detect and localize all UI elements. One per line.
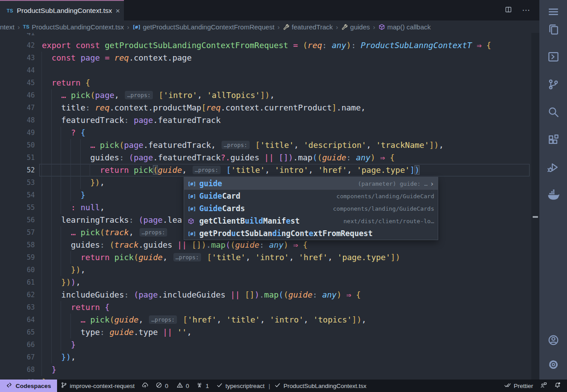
- indent-guide: [70, 189, 71, 201]
- breadcrumb-item[interactable]: TSProductSubLandingContext.tsx: [23, 23, 124, 31]
- breadcrumb-separator: ›: [336, 23, 338, 31]
- code-line-41[interactable]: 41: [0, 33, 531, 39]
- language-status[interactable]: typescriptreact | ProductSubLandingConte…: [213, 380, 370, 392]
- codespaces-remote-button[interactable]: Codespaces: [0, 380, 57, 392]
- code-line-59[interactable]: 59 return pick(guide, …props: ['title', …: [0, 251, 531, 264]
- indent-guide: [41, 139, 42, 151]
- symbol-ref-icon: [ø]: [188, 181, 199, 187]
- code-line-69[interactable]: 69}: [0, 376, 531, 380]
- indent-guide: [41, 114, 42, 127]
- prettier-status[interactable]: Prettier: [501, 380, 537, 392]
- breadcrumb-item[interactable]: guides: [341, 23, 370, 31]
- files-icon[interactable]: [547, 23, 559, 35]
- tab-productsublandingcontext[interactable]: TS ProductSubLandingContext.tsx ×: [0, 0, 124, 20]
- indent-guide: [41, 264, 42, 276]
- code-line-49[interactable]: 49 ? {: [0, 127, 531, 139]
- code-line-46[interactable]: 46 … pick(page, …props: ['intro', 'allTo…: [0, 89, 531, 102]
- code-line-44[interactable]: 44: [0, 64, 531, 77]
- indent-guide: [70, 176, 71, 189]
- remote-icon[interactable]: [547, 51, 559, 63]
- indent-guide: [51, 139, 52, 151]
- debug-icon[interactable]: [547, 161, 559, 173]
- code-line-48[interactable]: 48 featuredTrack: page.featuredTrack: [0, 114, 531, 127]
- code-line-61[interactable]: 61 })),: [0, 276, 531, 289]
- editor-more-actions-icon[interactable]: ⋯: [522, 5, 530, 15]
- breadcrumb-separator: ›: [127, 23, 129, 31]
- editor-scrollbar[interactable]: [531, 33, 539, 380]
- breadcrumb-item[interactable]: map() callback: [378, 23, 431, 31]
- suggest-detail: components/landing/GuideCard: [330, 193, 434, 200]
- line-number: 43: [0, 52, 35, 64]
- code-line-62[interactable]: 62 includeGuides: (page.includeGuides ||…: [0, 289, 531, 301]
- code-line-50[interactable]: 50 … pick(page.featuredTrack, …props: ['…: [0, 139, 531, 151]
- indent-guide: [51, 276, 52, 289]
- code-line-58[interactable]: 58 guides: (track.guides || []).map((gui…: [0, 239, 531, 251]
- suggest-item[interactable]: [ø]getProductSubLandingContextFromReques…: [184, 227, 438, 240]
- cube-icon: [378, 24, 385, 30]
- suggest-item[interactable]: getClientBuildManifestnext/dist/client/r…: [184, 215, 438, 227]
- indent-guide: [41, 201, 42, 214]
- code-line-42[interactable]: 42export const getProductSubLandingConte…: [0, 39, 531, 52]
- indent-guide: [61, 339, 61, 351]
- menu-icon[interactable]: [547, 6, 559, 18]
- feedback-button[interactable]: [537, 380, 551, 392]
- indent-guide: [41, 214, 42, 226]
- code-line-43[interactable]: 43 const page = req.context.page: [0, 52, 531, 64]
- indent-guide: [61, 127, 61, 139]
- indent-guide: [61, 139, 61, 151]
- code-editor[interactable]: 4142export const getProductSubLandingCon…: [0, 33, 539, 380]
- code-line-60[interactable]: 60 }),: [0, 264, 531, 276]
- breadcrumb-item[interactable]: [ø]getProductSubLandingContextFromReques…: [132, 23, 275, 31]
- sync-button[interactable]: [138, 380, 152, 392]
- code-line-66[interactable]: 66 }: [0, 339, 531, 351]
- status-bar: Codespaces improve-context-request 0 0 1…: [0, 380, 567, 392]
- line-number: 45: [0, 77, 35, 89]
- indent-guide: [51, 164, 52, 176]
- indent-guide: [70, 164, 71, 176]
- notifications-button[interactable]: [551, 380, 564, 392]
- source-control-icon[interactable]: [547, 78, 559, 90]
- indent-guide: [61, 151, 61, 164]
- breadcrumb-item[interactable]: ntext: [0, 23, 15, 31]
- split-editor-icon[interactable]: [505, 6, 512, 15]
- indent-guide: [41, 151, 42, 164]
- suggest-label: GuideCard: [199, 190, 240, 202]
- indent-guide: [51, 326, 52, 339]
- docker-icon[interactable]: [547, 189, 559, 201]
- code-line-65[interactable]: 65 type: guide.type || '',: [0, 326, 531, 339]
- ports-button[interactable]: 1: [193, 380, 213, 392]
- code-line-63[interactable]: 63 return {: [0, 301, 531, 314]
- extensions-icon[interactable]: [547, 134, 559, 146]
- code-line-45[interactable]: 45 return {: [0, 77, 531, 89]
- problems-button[interactable]: 0 0: [152, 380, 193, 392]
- indent-guide: [41, 189, 42, 201]
- line-number: 65: [0, 326, 35, 339]
- suggest-item[interactable]: [ø]GuideCardscomponents/landing/GuideCar…: [184, 202, 438, 215]
- line-number: 41: [0, 33, 35, 39]
- branch-button[interactable]: improve-context-request: [57, 380, 139, 392]
- search-icon[interactable]: [547, 106, 559, 118]
- indent-guide: [61, 176, 61, 189]
- suggest-item[interactable]: [ø]guide(parameter) guide: …›: [184, 177, 438, 190]
- line-number: 50: [0, 139, 35, 151]
- indent-guide: [51, 264, 52, 276]
- suggest-item[interactable]: [ø]GuideCardcomponents/landing/GuideCard: [184, 190, 438, 202]
- code-line-52[interactable]: 52 return pick(guide, …props: ['title', …: [0, 164, 531, 176]
- cloud-upload-icon: [142, 382, 148, 390]
- indent-guide: [80, 139, 81, 151]
- line-number: 51: [0, 151, 35, 164]
- code-line-64[interactable]: 64 … pick(guide, …props: ['href', 'title…: [0, 314, 531, 326]
- code-line-67[interactable]: 67 }),: [0, 351, 531, 363]
- breadcrumb-item[interactable]: featuredTrack: [283, 23, 333, 31]
- code-line-68[interactable]: 68 }: [0, 363, 531, 376]
- indent-guide: [80, 176, 81, 189]
- indent-guide: [70, 151, 71, 164]
- code-line-47[interactable]: 47 title: req.context.productMap[req.con…: [0, 102, 531, 114]
- indent-guide: [51, 214, 52, 226]
- account-icon[interactable]: [547, 334, 559, 346]
- tab-close-icon[interactable]: ×: [115, 7, 120, 15]
- readmore-chevron-icon[interactable]: ›: [430, 180, 434, 188]
- settings-icon[interactable]: [547, 359, 559, 371]
- line-number: 54: [0, 189, 35, 201]
- code-line-51[interactable]: 51 guides: (page.featuredTrack?.guides |…: [0, 151, 531, 164]
